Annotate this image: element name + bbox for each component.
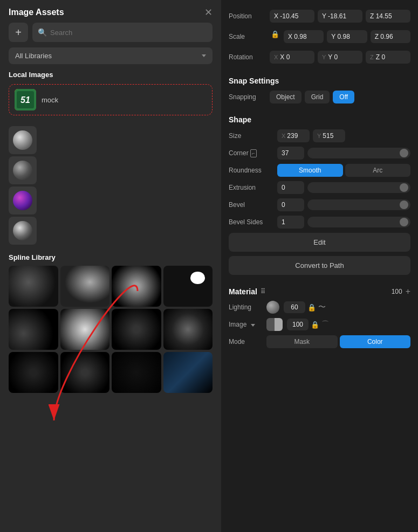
size-x-value: 239 [287,132,298,140]
bevel-sides-slider[interactable] [307,217,410,227]
corner-value: 37 [282,149,289,157]
extrusion-slider[interactable] [307,182,410,193]
scale-z-field[interactable]: Z 0.96 [371,30,410,43]
sphere-chrome [13,221,32,240]
search-input-wrap: 🔍 [32,23,213,42]
mask-btn[interactable]: Mask [266,335,338,348]
snap-grid-btn[interactable]: Grid [305,91,330,103]
shape-title: Shape [229,115,410,124]
extrusion-fields: 0 [277,181,410,194]
size-label: Size [229,132,277,140]
scale-z-value: Z 0.96 [375,33,393,40]
close-button[interactable]: ✕ [204,8,213,17]
mode-buttons: Mask Color [266,335,410,348]
sphere-item-4[interactable] [9,217,37,245]
lighting-label: Lighting [229,303,266,311]
bevel-label: Bevel [229,201,277,209]
library-label: All Libraries [15,52,52,60]
spline-cell-12[interactable] [163,352,213,393]
rot-z-value: Z 0 [376,53,385,61]
local-images-label: Local Images [0,71,221,84]
image-swatch[interactable] [266,318,283,331]
scale-label: Scale [229,33,270,40]
lighting-value[interactable]: 60 [284,301,305,313]
rot-x-value: X 0 [280,53,290,61]
rot-x-field[interactable]: X X 0 [270,51,314,64]
extrusion-row: Extrusion 0 [229,181,410,194]
material-dots-icon: ⠿ [261,288,265,295]
material-header: Material ⠿ 100 + [229,287,410,296]
sphere-item-3[interactable] [9,186,37,215]
material-value-text: 100 [392,288,402,295]
scale-x-value: X 0.98 [288,33,307,40]
bevel-slider[interactable] [307,199,410,210]
spline-cell-2[interactable] [60,266,110,307]
svg-text:51: 51 [20,95,30,105]
rot-z-field[interactable]: Z Z 0 [366,51,410,64]
extrusion-value-field[interactable]: 0 [277,181,304,194]
spline-cell-3[interactable] [112,266,161,307]
pos-y-value: Y -18.61 [322,12,346,20]
material-plus-icon[interactable]: + [406,287,410,296]
search-input[interactable] [50,29,207,37]
spline-library-label: Spline Library [0,250,221,266]
edit-button[interactable]: Edit [229,233,410,252]
spline-cell-11[interactable] [112,352,161,393]
convert-to-path-button[interactable]: Convert to Path [229,256,410,275]
scale-y-field[interactable]: Y 0.98 [327,30,367,43]
snap-settings-title: Snap Settings [229,77,410,85]
extrusion-label: Extrusion [229,184,277,191]
pos-z-field[interactable]: Z 14.55 [366,10,410,23]
pos-x-field[interactable]: X -10.45 [270,10,314,23]
image-value[interactable]: 100 [287,319,309,330]
corner-slider-thumb [400,149,408,157]
pos-x-value: X -10.45 [274,12,298,20]
snapping-row: Snapping Object Grid Off [229,91,410,103]
corner-value-field[interactable]: 37 [277,147,304,160]
spline-cell-1[interactable] [9,266,58,307]
mode-label: Mode [229,338,266,346]
search-icon: 🔍 [38,28,47,37]
spline-cell-5[interactable] [9,309,58,350]
lighting-row: Lighting 60 🔒 〜 [229,301,410,314]
library-dropdown[interactable]: All Libraries [9,47,213,64]
spline-cell-8[interactable] [163,309,213,350]
add-button[interactable]: + [9,23,28,42]
sphere-purple [13,191,32,210]
lighting-swatch[interactable] [266,301,279,314]
bevel-sides-value-field[interactable]: 1 [277,216,304,229]
smooth-btn[interactable]: Smooth [277,164,343,177]
bevel-value-field[interactable]: 0 [277,198,304,211]
extrusion-slider-thumb [400,183,408,192]
sphere-items [0,126,221,245]
size-y-field[interactable]: Y 515 [313,129,345,142]
snap-off-btn[interactable]: Off [333,91,354,103]
snap-object-btn[interactable]: Object [270,91,301,103]
size-y-value: 515 [323,132,333,140]
corner-icon: ⌐ [250,149,257,157]
sphere-item-1[interactable] [9,126,37,154]
mode-row: Mode Mask Color [229,335,410,348]
pos-y-field[interactable]: Y -18.61 [318,10,362,23]
spline-cell-4[interactable] [163,266,213,307]
color-btn[interactable]: Color [340,335,411,348]
scale-fields: 🔒 X 0.98 Y 0.98 Z 0.96 [270,30,410,43]
right-panel: Position X -10.45 Y -18.61 Z 14.55 Scale… [221,0,418,532]
rotation-row: Rotation X X 0 Y Y 0 Z Z 0 [229,50,410,65]
corner-row: Corner ⌐ 37 [229,147,410,160]
corner-label: Corner ⌐ [229,149,277,157]
rot-y-field[interactable]: Y Y 0 [318,51,362,64]
size-x-field[interactable]: X 239 [277,129,310,142]
rotation-fields: X X 0 Y Y 0 Z Z 0 [270,51,410,64]
scale-y-value: Y 0.98 [331,33,350,40]
image-label-text: Image [229,321,246,328]
corner-slider[interactable] [307,148,410,158]
sphere-item-2[interactable] [9,156,37,184]
spline-cell-7[interactable] [112,309,161,350]
spline-cell-6[interactable] [60,309,110,350]
spline-cell-10[interactable] [60,352,110,393]
selected-image-item[interactable]: 51 mock [9,84,213,115]
spline-cell-9[interactable] [9,352,58,393]
scale-x-field[interactable]: X 0.98 [284,30,324,43]
arc-btn[interactable]: Arc [345,164,411,177]
